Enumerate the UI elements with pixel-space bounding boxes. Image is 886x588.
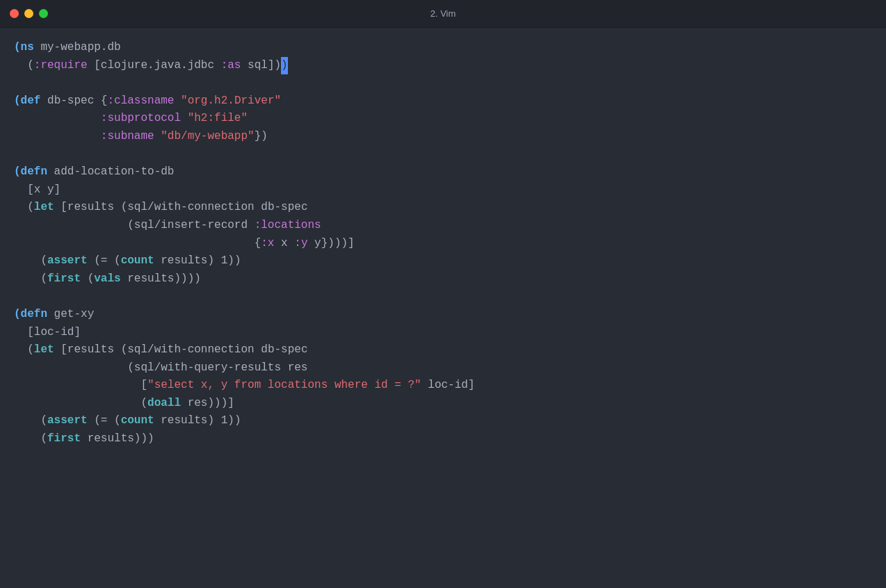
let-keyword: let bbox=[34, 199, 54, 217]
code-text: my-webapp.db bbox=[34, 39, 121, 57]
code-text: [x y] bbox=[14, 181, 61, 199]
code-text: ( bbox=[14, 395, 147, 413]
window-controls bbox=[10, 9, 48, 18]
keyword: :as bbox=[221, 57, 241, 75]
first-keyword2: first bbox=[47, 430, 81, 448]
string: "org.h2.Driver" bbox=[181, 92, 281, 111]
paren: ( bbox=[14, 163, 21, 181]
code-text bbox=[14, 110, 101, 128]
code-text: (= ( bbox=[88, 412, 121, 430]
code-text bbox=[154, 128, 161, 146]
code-text: ( bbox=[14, 430, 47, 448]
code-line-3 bbox=[14, 74, 872, 92]
code-line-8: (defn add-location-to-db bbox=[14, 163, 872, 181]
code-text: results) 1)) bbox=[154, 412, 241, 430]
code-text: ( bbox=[81, 270, 94, 288]
code-text: [clojure.java.jdbc bbox=[88, 57, 221, 75]
code-text: ( bbox=[14, 341, 34, 359]
code-text: add-location-to-db bbox=[47, 163, 174, 181]
keyword: :y bbox=[294, 235, 307, 253]
string: "db/my-webapp" bbox=[161, 128, 254, 146]
code-text: ( bbox=[14, 199, 34, 217]
paren: ( bbox=[14, 306, 21, 324]
defn-keyword: defn bbox=[21, 163, 47, 181]
code-text: [results (sql/with-connection db-spec bbox=[54, 341, 308, 359]
code-text: db-spec { bbox=[40, 92, 107, 111]
code-editor[interactable]: (ns my-webapp.db (:require [clojure.java… bbox=[0, 28, 886, 588]
code-text bbox=[14, 128, 101, 146]
code-line-20: ["select x, y from locations where id = … bbox=[14, 377, 872, 395]
count-keyword: count bbox=[121, 252, 154, 270]
let-keyword2: let bbox=[34, 341, 54, 359]
keyword: :locations bbox=[255, 217, 321, 235]
string2: "select x, y from locations where id = ?… bbox=[147, 377, 421, 395]
code-text: get-xy bbox=[47, 306, 94, 324]
code-text: [ bbox=[14, 377, 147, 395]
keyword: :subprotocol bbox=[101, 110, 181, 128]
keyword: :subname bbox=[101, 128, 154, 146]
code-text bbox=[181, 110, 188, 128]
code-text: res)))] bbox=[181, 395, 234, 413]
code-text: { bbox=[14, 235, 261, 253]
assert-keyword: assert bbox=[47, 252, 88, 270]
code-line-11: (sql/insert-record :locations bbox=[14, 217, 872, 235]
code-text: [results (sql/with-connection db-spec bbox=[54, 199, 308, 217]
paren: ( bbox=[14, 92, 21, 111]
def-keyword: def bbox=[21, 92, 41, 111]
code-line-16: (defn get-xy bbox=[14, 306, 872, 324]
code-text: sql]) bbox=[241, 57, 281, 75]
code-line-5: :subprotocol "h2:file" bbox=[14, 110, 872, 128]
code-text: ( bbox=[14, 412, 47, 430]
code-line-14: (first (vals results)))) bbox=[14, 270, 872, 288]
code-text: results))) bbox=[81, 430, 154, 448]
code-text: y})))] bbox=[307, 235, 354, 253]
code-line-7 bbox=[14, 146, 872, 164]
code-line-4: (def db-spec {:classname "org.h2.Driver" bbox=[14, 92, 872, 111]
code-line-18: (let [results (sql/with-connection db-sp… bbox=[14, 341, 872, 359]
code-line-12: {:x x :y y})))] bbox=[14, 235, 872, 253]
first-keyword: first bbox=[47, 270, 81, 288]
string: "h2:file" bbox=[188, 110, 248, 128]
code-text: ( bbox=[14, 57, 34, 75]
close-button[interactable] bbox=[10, 9, 19, 18]
code-line-10: (let [results (sql/with-connection db-sp… bbox=[14, 199, 872, 217]
code-line-2: (:require [clojure.java.jdbc :as sql])) bbox=[14, 57, 872, 75]
code-line-9: [x y] bbox=[14, 181, 872, 199]
code-text: ( bbox=[14, 252, 47, 270]
keyword: :require bbox=[34, 57, 88, 75]
code-text bbox=[174, 92, 181, 111]
code-text: (sql/insert-record bbox=[14, 217, 255, 235]
code-text: (= ( bbox=[88, 252, 121, 270]
window-title: 2. Vim bbox=[430, 8, 456, 19]
keyword: :x bbox=[261, 235, 274, 253]
code-text: }) bbox=[255, 128, 268, 146]
code-line-17: [loc-id] bbox=[14, 324, 872, 342]
code-text: ( bbox=[14, 270, 47, 288]
code-line-13: (assert (= (count results) 1)) bbox=[14, 252, 872, 270]
code-text: loc-id] bbox=[421, 377, 475, 395]
code-line-1: (ns my-webapp.db bbox=[14, 39, 872, 57]
assert-keyword2: assert bbox=[47, 412, 88, 430]
maximize-button[interactable] bbox=[39, 9, 48, 18]
defn-keyword2: defn bbox=[21, 306, 47, 324]
code-line-22: (assert (= (count results) 1)) bbox=[14, 412, 872, 430]
keyword: :classname bbox=[107, 92, 174, 111]
minimize-button[interactable] bbox=[24, 9, 33, 18]
vals-keyword: vals bbox=[94, 270, 120, 288]
code-line-15 bbox=[14, 288, 872, 306]
code-line-21: (doall res)))] bbox=[14, 395, 872, 413]
doall-keyword: doall bbox=[147, 395, 181, 413]
code-text: (sql/with-query-results res bbox=[14, 359, 307, 377]
code-text: results)))) bbox=[121, 270, 201, 288]
code-line-6: :subname "db/my-webapp"}) bbox=[14, 128, 872, 146]
ns-keyword: ns bbox=[21, 39, 34, 57]
code-line-23: (first results))) bbox=[14, 430, 872, 448]
cursor: ) bbox=[281, 57, 288, 75]
titlebar: 2. Vim bbox=[0, 0, 886, 28]
paren: ( bbox=[14, 39, 21, 57]
count-keyword2: count bbox=[121, 412, 154, 430]
code-text: x bbox=[274, 235, 294, 253]
code-text: results) 1)) bbox=[154, 252, 241, 270]
code-line-19: (sql/with-query-results res bbox=[14, 359, 872, 377]
code-text: [loc-id] bbox=[14, 324, 81, 342]
